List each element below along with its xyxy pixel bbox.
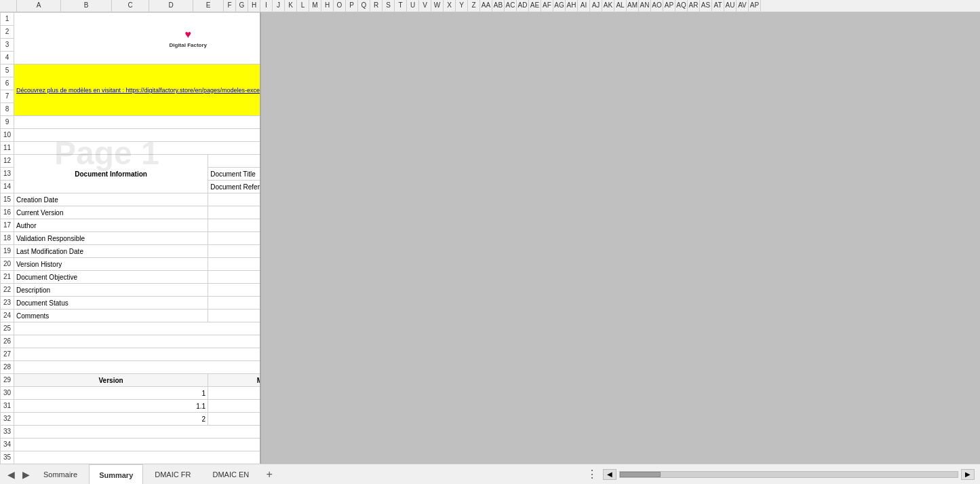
col-header-l: L xyxy=(297,0,309,12)
link-cell: Découvrez plus de modèles en visitant : … xyxy=(14,64,262,116)
ver-row3-moddate xyxy=(208,413,261,426)
link[interactable]: Découvrez plus de modèles en visitant : … xyxy=(16,87,261,94)
row-num: 29 xyxy=(1,374,14,387)
table-row: 28 Version History xyxy=(1,361,262,374)
ver-row1-moddate xyxy=(208,387,261,400)
table-row: 27 xyxy=(1,348,262,361)
spreadsheet-wrapper: ABCDEFGHIJKLMHOPQRSTUVWXYZAAABACADAEAFAG… xyxy=(0,0,980,464)
table-row: 23 Document Status (Draft / Under Review… xyxy=(1,297,262,310)
table-row: 12 Document Information Details xyxy=(1,155,262,168)
table-row: 21 Document Objective xyxy=(1,271,262,284)
tab-nav-next[interactable]: ▶ xyxy=(18,464,33,484)
col-header-c: C xyxy=(112,0,149,12)
table-row: 18 Validation Responsible xyxy=(1,232,262,245)
row-num: 8 xyxy=(1,103,14,116)
col-header-ae: AE xyxy=(529,0,541,12)
tab-sommaire[interactable]: Sommaire xyxy=(33,464,87,484)
col-header-i: I xyxy=(260,0,273,12)
scroll-right-button[interactable]: ▶ xyxy=(961,469,975,480)
empty-cell xyxy=(14,322,262,335)
logo-heart-icon: ♥ xyxy=(185,29,192,41)
col-header-p: P xyxy=(346,0,358,12)
col-header-h: H xyxy=(248,0,260,12)
tab-bar: ◀ ▶ Sommaire Summary DMAIC FR DMAIC EN +… xyxy=(0,464,980,484)
row-num: 13 xyxy=(1,168,14,181)
row-num: 31 xyxy=(1,400,14,413)
row-num: 24 xyxy=(1,310,14,322)
row-num: 26 xyxy=(1,335,14,348)
col-header-k: K xyxy=(285,0,297,12)
row-num: 25 xyxy=(1,322,14,335)
row-num: 14 xyxy=(1,181,14,193)
col-header-ap: AP xyxy=(663,0,675,12)
doc-reference-label: Document Reference xyxy=(208,181,261,193)
details-header: Details xyxy=(208,155,261,168)
col-header-q: Q xyxy=(358,0,370,12)
table-row: 5 Découvrez plus de modèles en visitant … xyxy=(1,64,262,77)
tab-nav-prev[interactable]: ◀ xyxy=(3,464,18,484)
author-label: Author xyxy=(14,219,208,232)
row-num: 17 xyxy=(1,219,14,232)
table-row: 35 xyxy=(1,451,262,464)
empty-cell xyxy=(14,335,262,348)
row-num: 15 xyxy=(1,193,14,206)
current-version-value xyxy=(208,206,261,219)
scrollbar-area: ◀ ▶ xyxy=(603,469,975,480)
col-header-w: W xyxy=(431,0,444,12)
table-row: 20 Version History xyxy=(1,258,262,271)
comments-label: Comments xyxy=(14,310,208,322)
add-sheet-button[interactable]: + xyxy=(260,464,278,484)
col-header-z: Z xyxy=(468,0,480,12)
col-header-ag: AG xyxy=(553,0,566,12)
col-header-b: B xyxy=(61,0,112,12)
doc-title-label: Document Title xyxy=(208,168,261,181)
col-header-y: Y xyxy=(456,0,468,12)
tab-dmaic-fr[interactable]: DMAIC FR xyxy=(144,464,201,484)
logo-text: Digital Factory xyxy=(170,42,208,48)
creation-date-label: Creation Date xyxy=(14,193,208,206)
validation-label: Validation Responsible xyxy=(14,232,208,245)
doc-objective-label: Document Objective xyxy=(14,271,208,284)
col-header-ao: AO xyxy=(651,0,663,12)
validation-value xyxy=(208,232,261,245)
table-row: 17 Author xyxy=(1,219,262,232)
tab-dmaic-en[interactable]: DMAIC EN xyxy=(202,464,259,484)
doc-status-label: Document Status xyxy=(14,297,208,310)
col-header-area: ABCDEFGHIJKLMHOPQRSTUVWXYZAAABACADAEAFAG… xyxy=(0,0,980,12)
table-row: 19 Last Modification Date xyxy=(1,245,262,258)
row-num: 22 xyxy=(1,284,14,297)
col-header-al: AL xyxy=(614,0,627,12)
row-num: 16 xyxy=(1,206,14,219)
row-num: 7 xyxy=(1,90,14,103)
content-version-title: Content and Version Management Table xyxy=(14,129,262,142)
row-num: 18 xyxy=(1,232,14,245)
current-version-label: Current Version xyxy=(14,206,208,219)
table-row: 26 xyxy=(1,335,262,348)
row-num: 11 xyxy=(1,142,14,155)
version-history-title: Version History xyxy=(14,361,262,374)
tab-summary[interactable]: Summary xyxy=(89,464,143,484)
table-row: 25 xyxy=(1,322,262,335)
row-num: 28 xyxy=(1,361,14,374)
more-options-button[interactable]: ⋮ xyxy=(584,466,600,483)
col-header-an: AN xyxy=(639,0,651,12)
row-num: 23 xyxy=(1,297,14,310)
last-mod-value xyxy=(208,245,261,258)
doc-status-value: (Draft / Under Review / Approved) xyxy=(208,297,261,310)
table-row: 9 xyxy=(1,116,262,129)
col-header-aj: AJ xyxy=(590,0,602,12)
table-row: 16 Current Version xyxy=(1,206,262,219)
col-header-as: AS xyxy=(700,0,712,12)
scroll-left-button[interactable]: ◀ xyxy=(603,469,616,480)
row-num: 10 xyxy=(1,129,14,142)
table-row: 33 xyxy=(1,426,262,439)
col-header-ai: AI xyxy=(578,0,590,12)
col-header-a: A xyxy=(17,0,61,12)
scroll-track[interactable] xyxy=(619,471,958,478)
row-num: 32 xyxy=(1,413,14,426)
col-header-e: E xyxy=(193,0,224,12)
ver-hist-label: Version History xyxy=(14,258,208,271)
table-row: 11 xyxy=(1,142,262,155)
doc-objective-value xyxy=(208,271,261,284)
logo-cell: ♥ Digital Factory xyxy=(14,13,262,64)
